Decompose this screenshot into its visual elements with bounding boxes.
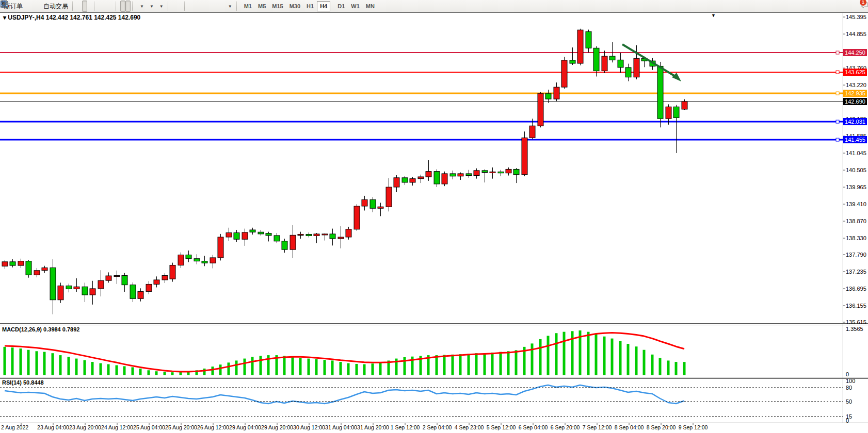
price-axis-label: 137.235 [846,269,866,275]
candle-body [226,232,232,237]
rsi-scale-label: 100 [846,378,855,384]
candle-body [394,178,399,187]
candle-body [234,232,239,239]
price-axis-label: 136.155 [846,303,866,309]
candle-body [378,207,383,208]
level-anchor[interactable] [836,51,839,54]
candle-body [450,174,456,176]
candle-body [402,178,408,182]
pane-separator-rsi[interactable] [0,378,868,379]
candle-body [609,56,615,60]
pane-border [0,377,868,377]
candle-body [362,199,367,206]
candle-body [618,60,623,68]
candle-body [458,174,463,176]
candle-body [274,236,280,241]
candle-body [410,179,415,182]
candle-body [529,126,535,138]
pane-separator-macd[interactable] [0,325,868,325]
time-axis-label: 23 Aug 04:00 [37,424,69,430]
candle-body [194,259,200,261]
price-badge: 143.625 [843,69,867,76]
candle-body [90,289,95,295]
candle-body [34,271,40,275]
candle-body [162,275,168,279]
mt4-window: 新订单 自动交易 [0,0,868,433]
time-axis-label: 9 Sep 12:00 [679,424,708,430]
candle-body [250,230,255,232]
time-axis-label: 29 Aug 20:00 [261,424,293,430]
time-axis-label: 8 Sep 04:00 [615,424,644,430]
time-axis-label: 6 Sep 20:00 [551,424,580,430]
candle-body [138,291,143,298]
price-axis-label: 136.695 [846,286,866,292]
time-axis-label: 31 Aug 04:00 [325,424,357,430]
rsi-scale-label: 80 [846,385,852,391]
price-badge: 142.935 [843,90,867,97]
time-axis-label: 26 Aug 12:00 [197,424,229,430]
candle-body [58,286,63,299]
candle-body [673,107,679,118]
candle-body [386,187,392,207]
chart-bottom-border [0,423,868,423]
candle-body [561,60,567,87]
macd-indicator-label: MACD(12,26,9) 0.3984 0.7892 [2,326,79,332]
candle-body [106,276,111,280]
chart-shift-marker[interactable]: ▼ [711,13,716,18]
price-axis-label: 145.395 [846,14,866,20]
candlestick-chart[interactable] [0,0,868,433]
candle-body [26,261,31,275]
candle-body [18,261,24,265]
level-anchor[interactable] [836,120,839,123]
level-anchor[interactable] [836,71,839,74]
candle-body [282,241,287,249]
candle-body [554,87,559,99]
candle-body [42,268,47,270]
time-axis-label: 8 Sep 20:00 [647,424,676,430]
candle-body [482,171,488,173]
price-axis-label: 144.855 [846,31,866,37]
candle-body [634,58,639,77]
candle-body [434,172,440,184]
candle-body [170,265,175,279]
candle-body [370,199,376,208]
price-axis-label: 139.410 [846,201,866,207]
time-axis-label: 25 Aug 20:00 [165,424,197,430]
price-badge: 141.455 [843,136,867,143]
candle-body [266,234,271,236]
time-axis-label: 7 Sep 12:00 [583,424,612,430]
candle-body [122,275,127,285]
candle-body [513,169,519,174]
candle-body [314,234,319,236]
candle-body [426,172,431,177]
time-axis-label: 29 Aug 04:00 [229,424,261,430]
candle-body [114,275,120,276]
level-anchor[interactable] [836,138,839,141]
candle-body [290,235,296,249]
candle-body [298,234,303,235]
candle-body [98,280,104,289]
price-axis-label: 137.790 [846,252,866,258]
candle-body [625,68,631,77]
candle-body [2,262,8,266]
macd-signal-line [5,333,684,372]
candle-body [657,66,663,119]
time-axis-label: 1 Sep 12:00 [391,424,420,430]
candle-body [466,174,472,176]
candle-body [202,261,207,263]
candle-body [66,286,72,289]
candle-body [602,56,607,71]
candle-body [498,172,504,173]
chart-title: ▾ USDJPY-,H4 142.442 142.761 142.425 142… [3,14,140,21]
candle-body [146,284,152,291]
time-axis-label: 23 Aug 20:00 [69,424,101,430]
candle-body [538,93,543,126]
candle-body [82,287,88,295]
rsi-scale-label: 0 [846,418,849,424]
price-badge: 142.031 [843,118,867,125]
level-anchor[interactable] [836,92,839,95]
rsi-indicator-label: RSI(14) 50.8448 [2,379,44,386]
candle-body [682,102,687,109]
price-axis-label: 141.045 [846,150,866,156]
candle-body [322,234,328,235]
